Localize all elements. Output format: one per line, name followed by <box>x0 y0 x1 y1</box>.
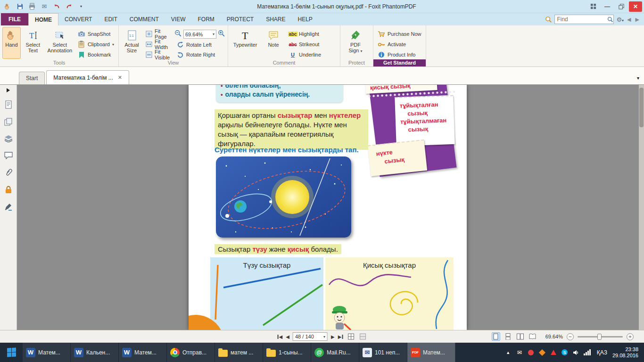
snapshot-mode-button[interactable] <box>347 332 355 341</box>
taskbar-item-mail[interactable]: ✉101 неп... <box>359 343 407 362</box>
fit-page-button[interactable]: Fit Page <box>144 30 173 38</box>
single-page-view-button[interactable] <box>492 332 500 341</box>
language-indicator[interactable]: ҚАЗ <box>594 349 610 356</box>
hand-tool-button[interactable]: Hand <box>2 27 21 59</box>
taskbar-item-chrome[interactable]: Отправ... <box>167 343 215 362</box>
clock[interactable]: 23:3829.08.2016 <box>612 346 640 359</box>
search-button[interactable] <box>607 16 613 23</box>
page-number-combobox[interactable]: 48 / 140▾ <box>293 332 328 341</box>
split-view-button[interactable] <box>358 332 367 341</box>
tab-share[interactable]: SHARE <box>260 13 291 25</box>
scrollbar-thumb[interactable] <box>639 88 644 127</box>
security-panel-button[interactable] <box>3 184 14 195</box>
zoom-slider[interactable] <box>578 336 623 337</box>
signatures-panel-button[interactable] <box>3 201 14 212</box>
last-page-button[interactable]: ▶ <box>338 334 344 339</box>
activate-button[interactable]: Activate <box>376 40 423 49</box>
first-page-button[interactable]: ◀ <box>277 334 283 339</box>
actual-size-button[interactable]: 1:1 Actual Size <box>121 27 142 59</box>
hand-tool-quick-icon[interactable] <box>2 1 13 12</box>
tab-list-dropdown[interactable]: ▾ <box>637 75 639 81</box>
zoom-out-button[interactable] <box>174 30 182 39</box>
undo-button[interactable] <box>51 1 62 12</box>
print-button[interactable] <box>26 1 38 12</box>
hidden-icons-chevron[interactable]: ▲ <box>504 348 512 357</box>
tab-protect[interactable]: PROTECT <box>221 13 260 25</box>
typewriter-button[interactable]: T Typewriter <box>231 27 260 59</box>
restore-button[interactable] <box>615 1 628 12</box>
zoom-in-button[interactable]: + <box>627 333 634 340</box>
highlight-button[interactable]: abc Highlight <box>287 30 323 38</box>
tab-home[interactable]: HOME <box>28 13 58 25</box>
tab-form[interactable]: FORM <box>191 13 220 25</box>
tray-network-icon[interactable] <box>583 348 592 357</box>
purchase-now-button[interactable]: Purchase Now <box>376 30 423 38</box>
previous-page-button[interactable]: ◀ <box>286 334 289 339</box>
bookmarks-panel-button[interactable] <box>3 133 14 144</box>
strikeout-button[interactable]: abc Strikeout <box>287 40 323 49</box>
tray-envelope-icon[interactable]: ✉ <box>515 348 524 357</box>
attachments-panel-button[interactable] <box>3 167 14 178</box>
redo-button[interactable] <box>63 1 74 12</box>
fit-width-button[interactable]: Fit Width <box>144 40 173 49</box>
select-text-button[interactable]: T Select Text <box>22 27 44 59</box>
find-input[interactable] <box>555 16 607 23</box>
tab-convert[interactable]: CONVERT <box>58 13 98 25</box>
book-view-button[interactable] <box>528 332 537 341</box>
product-info-button[interactable]: Product Info <box>376 50 423 59</box>
tray-agent-icon[interactable] <box>527 348 535 357</box>
taskbar-item-word-1[interactable]: WМатем... <box>23 343 71 362</box>
close-button[interactable]: ✕ <box>629 1 642 12</box>
tab-file[interactable]: FILE <box>1 13 28 25</box>
tray-shield-icon[interactable] <box>538 348 546 357</box>
close-tab-icon[interactable]: ✕ <box>118 74 122 81</box>
fit-visible-button[interactable]: Fit Visible <box>144 50 173 59</box>
find-next-button[interactable]: ▶ <box>635 16 640 23</box>
layers-panel-button[interactable] <box>3 116 14 127</box>
taskbar-item-mailru[interactable]: @Mail.Ru... <box>311 343 359 362</box>
find-previous-button[interactable]: ◀ <box>626 16 632 23</box>
zoom-slider-thumb[interactable] <box>597 334 602 340</box>
doc-tab-current[interactable]: Математика 1-бөлім ... ✕ <box>46 70 129 84</box>
facing-view-button[interactable] <box>516 332 525 341</box>
bookmark-button[interactable]: Bookmark <box>76 50 116 59</box>
note-button[interactable]: Note <box>261 27 286 59</box>
email-button[interactable]: ✉ <box>39 1 50 12</box>
start-button[interactable] <box>0 343 23 362</box>
tab-comment[interactable]: COMMENT <box>124 13 165 25</box>
document-area[interactable]: •білетін боласың; •оларды салып үйренесі… <box>17 85 644 330</box>
tray-skype-icon[interactable]: S <box>561 348 569 357</box>
tab-view[interactable]: VIEW <box>165 13 192 25</box>
vertical-scrollbar[interactable] <box>639 85 644 330</box>
underline-button[interactable]: U Underline <box>287 50 323 59</box>
tray-warning-icon[interactable] <box>549 348 558 357</box>
comments-panel-button[interactable] <box>3 150 14 161</box>
select-annotation-button[interactable]: Select Annotation <box>45 27 74 59</box>
taskbar-item-word-3[interactable]: WМатем... <box>119 343 167 362</box>
snapshot-button[interactable]: SnapShot <box>76 30 116 38</box>
pdf-page[interactable]: •білетін боласың; •оларды салып үйренесі… <box>189 85 467 330</box>
continuous-view-button[interactable] <box>504 332 512 341</box>
pdf-sign-button[interactable]: PDF Sign ▾ <box>343 27 368 59</box>
tray-volume-icon[interactable] <box>572 348 580 357</box>
tab-edit[interactable]: EDIT <box>98 13 123 25</box>
minimize-button[interactable]: — <box>601 1 614 12</box>
zoom-out-button[interactable]: − <box>567 333 574 340</box>
taskbar-item-word-2[interactable]: WКальен... <box>71 343 119 362</box>
save-button[interactable] <box>14 1 25 12</box>
taskbar-item-folder-2[interactable]: 1-сыны... <box>263 343 311 362</box>
zoom-level-combobox[interactable]: 69.64%▾ <box>183 30 216 39</box>
next-page-button[interactable]: ▶ <box>331 334 335 339</box>
doc-tab-start[interactable]: Start <box>19 72 45 84</box>
zoom-in-button[interactable] <box>218 30 225 39</box>
clipboard-button[interactable]: Clipboard ▾ <box>76 40 116 49</box>
qat-customize-dropdown[interactable]: ▾ <box>75 1 87 12</box>
tab-help[interactable]: HELP <box>291 13 318 25</box>
panel-expand-button[interactable] <box>3 87 14 93</box>
rotate-right-button[interactable]: Rotate Right <box>174 51 225 59</box>
taskbar-item-foxit[interactable]: PDFМатем... <box>407 343 455 362</box>
taskbar-item-folder-1[interactable]: матем ... <box>215 343 263 362</box>
page-thumbnails-button[interactable] <box>3 99 14 110</box>
find-settings-button[interactable]: ⚙▾ <box>616 16 624 23</box>
rotate-left-button[interactable]: Rotate Left <box>174 41 225 49</box>
